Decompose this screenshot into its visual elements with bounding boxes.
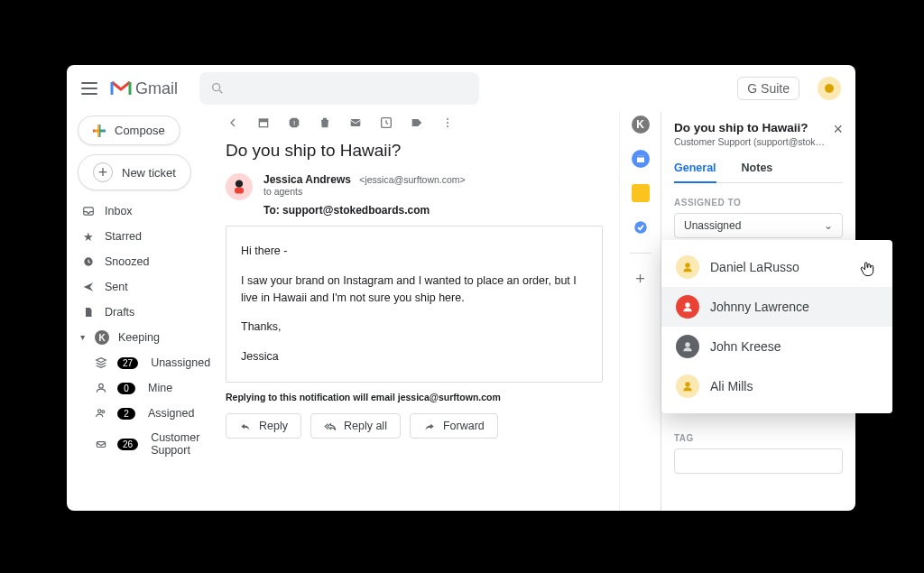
nav-label: Customer Support [151,431,215,457]
keeping-rail-icon[interactable]: K [632,116,650,134]
sidebar-item-customer-support[interactable]: 26 Customer Support [78,427,218,461]
tab-general[interactable]: General [674,162,716,183]
assigned-label: ASSIGNED TO [674,198,843,208]
assigned-value: Unassigned [684,219,741,232]
gsuite-badge[interactable]: G Suite [737,77,799,100]
to-label: To: [263,204,280,217]
tasks-icon[interactable] [632,218,650,236]
reply-all-icon [324,420,337,432]
snooze-icon[interactable] [379,116,393,130]
sidebar-item-keeping[interactable]: ▸ K Keeping [78,326,218,349]
svg-point-16 [447,125,448,127]
reply-button[interactable]: Reply [226,413,301,439]
tag-input[interactable] [674,448,843,474]
calendar-icon[interactable] [632,150,650,168]
clock-icon [81,254,96,269]
assignee-option[interactable]: Johnny Lawrence [661,287,892,327]
keep-icon[interactable] [632,184,650,202]
sidebar-item-starred[interactable]: ★ Starred [78,225,218,248]
svg-point-4 [99,384,104,388]
archive-icon[interactable] [256,116,271,130]
option-label: John Kreese [710,339,781,354]
assignee-option[interactable]: John Kreese [661,327,892,366]
reply-note: Replying to this notification will email… [226,392,603,402]
search-input[interactable] [199,72,479,105]
nav-label: Assigned [148,407,215,420]
chevron-down-icon: ⌄ [824,219,833,232]
sidebar-item-unassigned[interactable]: 27 Unassigned [78,351,218,374]
svg-rect-18 [235,188,244,194]
body-main: I saw your brand on Instagram and I want… [241,273,587,307]
email-subject: Do you ship to Hawaii? [226,141,603,161]
sidebar-item-drafts[interactable]: Drafts [78,300,218,324]
sidebar: Compose + New ticket Inbox ★ Starred Sno… [67,112,226,511]
nav-label: Sent [105,281,215,293]
gmail-label: Gmail [135,79,178,98]
tab-notes[interactable]: Notes [742,162,773,182]
forward-icon [423,420,436,432]
message-header: Jessica Andrews <jessica@surftown.com> t… [226,173,603,226]
label-icon[interactable] [410,116,424,130]
svg-rect-20 [637,156,644,158]
more-icon[interactable] [440,116,455,130]
add-addon-icon[interactable]: + [632,270,650,288]
svg-rect-7 [97,442,105,448]
panel-title: Do you ship to Hawaii? [674,121,825,134]
account-avatar[interactable] [818,77,841,100]
new-ticket-button[interactable]: + New ticket [78,154,191,190]
body-signature: Jessica [241,348,587,365]
send-icon [81,280,96,294]
option-label: Daniel LaRusso [710,260,799,274]
forward-button[interactable]: Forward [410,413,498,439]
reply-all-button[interactable]: Reply all [310,413,401,439]
compose-button[interactable]: Compose [78,116,180,145]
to-line: To: support@stokedboards.com [263,204,466,217]
svg-point-25 [685,382,689,386]
cursor-icon [858,260,876,278]
close-icon[interactable]: × [833,121,843,137]
search-icon [210,81,225,96]
sidebar-item-mine[interactable]: 0 Mine [78,376,218,400]
trash-icon[interactable] [318,116,332,130]
gmail-logo[interactable]: Gmail [110,79,178,98]
nav-label: Inbox [105,205,215,217]
compose-label: Compose [115,124,165,137]
caret-icon: ▸ [79,336,88,340]
to-agents: to agents [263,186,466,197]
svg-point-24 [685,342,689,347]
assigned-dropdown[interactable]: Unassigned ⌄ [674,213,843,238]
sidebar-item-assigned[interactable]: 2 Assigned [78,402,218,425]
sidebar-item-inbox[interactable]: Inbox [78,199,218,223]
inbox-icon [81,204,96,218]
panel-tabs: General Notes [674,162,843,183]
ticket-panel: Do you ship to Hawaii? Customer Support … [661,112,855,511]
nav-label: Keeping [118,331,215,344]
svg-point-5 [98,410,102,413]
option-label: Johnny Lawrence [710,300,809,314]
panel-subtitle: Customer Support (support@stok… [674,136,825,147]
svg-point-0 [213,84,220,91]
count-badge: 2 [117,408,135,420]
sidebar-item-snoozed[interactable]: Snoozed [78,250,218,273]
svg-point-14 [447,118,448,120]
reply-icon [239,420,252,432]
avatar-icon [676,255,699,279]
message-body: Hi there - I saw your brand on Instagram… [226,226,603,383]
svg-rect-12 [351,119,361,126]
app-header: Gmail G Suite [67,65,855,112]
option-label: Ali Mills [710,379,753,393]
keeping-icon: K [95,330,109,345]
back-icon[interactable] [226,116,240,130]
gmail-m-icon [110,80,132,97]
file-icon [81,305,96,319]
nav-label: Unassigned [151,356,215,369]
nav-label: Snoozed [105,255,215,268]
svg-point-6 [102,411,105,413]
mark-unread-icon[interactable] [348,116,363,130]
assignee-option[interactable]: Ali Mills [661,366,892,406]
spam-icon[interactable]: ! [287,116,301,130]
menu-icon[interactable] [81,82,97,95]
count-badge: 0 [117,383,135,394]
nav-label: Mine [148,382,215,394]
sidebar-item-sent[interactable]: Sent [78,275,218,299]
